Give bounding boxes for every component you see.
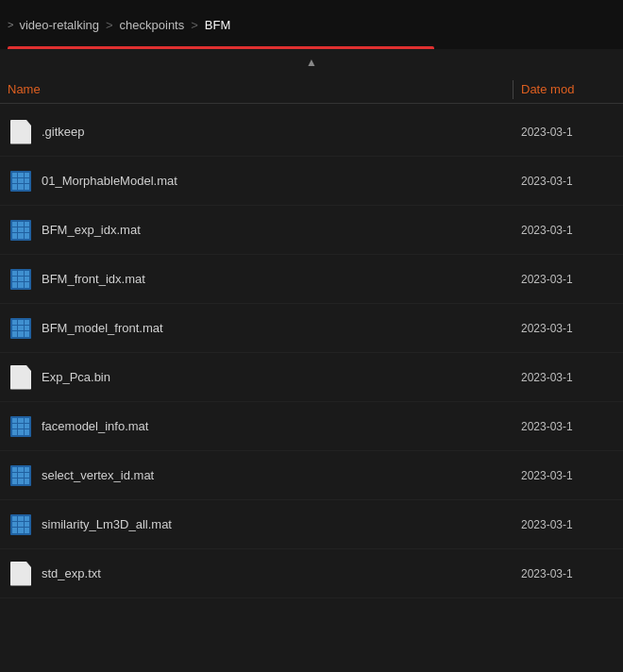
file-name-label: BFM_exp_idx.mat [42,223,521,237]
mat-file-icon [8,462,34,489]
file-date-label: 2023-03-1 [521,126,615,139]
file-date-label: 2023-03-1 [521,224,615,237]
file-name-label: 01_MorphableModel.mat [42,174,521,188]
table-row[interactable]: facemodel_info.mat2023-03-1 [0,402,623,451]
generic-file-icon [10,562,31,586]
file-name-label: BFM_model_front.mat [42,321,521,335]
generic-file-icon [10,365,31,390]
mat-file-icon [8,413,34,440]
table-row[interactable]: BFM_front_idx.mat2023-03-1 [0,255,623,304]
mat-icon-grid [10,465,31,486]
file-name-label: facemodel_info.mat [42,419,521,433]
sort-indicator-row: ▲ [0,49,623,76]
column-name-header[interactable]: Name [8,82,513,96]
file-list: .gitkeep2023-03-101_MorphableModel.mat20… [0,104,623,602]
file-name-label: std_exp.txt [42,566,521,580]
table-row[interactable]: similarity_Lm3D_all.mat2023-03-1 [0,500,623,549]
file-name-label: Exp_Pca.bin [42,370,521,384]
breadcrumb-video-retalking[interactable]: video-retalking [19,18,99,32]
file-name-label: select_vertex_id.mat [42,468,521,482]
file-date-label: 2023-03-1 [521,567,615,580]
file-icon [8,119,34,145]
breadcrumb-sep-1: > [106,18,113,32]
table-row[interactable]: BFM_exp_idx.mat2023-03-1 [0,206,623,255]
breadcrumb-sep-2: > [191,18,198,32]
sort-up-arrow-icon: ▲ [306,56,317,69]
table-row[interactable]: std_exp.txt2023-03-1 [0,549,623,598]
breadcrumb-bar: > video-retalking > checkpoints > BFM [0,0,623,49]
file-name-label: similarity_Lm3D_all.mat [42,517,521,531]
table-row[interactable]: Exp_Pca.bin2023-03-1 [0,353,623,402]
mat-icon-grid [10,220,31,241]
mat-icon-grid [10,318,31,339]
column-date-header[interactable]: Date mod [521,82,615,96]
generic-file-icon [10,120,31,144]
file-name-label: .gitkeep [42,125,521,139]
breadcrumb-prefix-arrow: > [8,19,13,30]
mat-file-icon [8,168,34,194]
active-tab-underline [8,46,434,49]
file-date-label: 2023-03-1 [521,518,615,531]
mat-file-icon [8,315,34,342]
column-header-row: Name Date mod [0,76,623,104]
table-row[interactable]: 01_MorphableModel.mat2023-03-1 [0,157,623,206]
table-row[interactable]: BFM_model_front.mat2023-03-1 [0,304,623,353]
table-row[interactable]: select_vertex_id.mat2023-03-1 [0,451,623,500]
file-date-label: 2023-03-1 [521,175,615,188]
file-icon [8,561,34,587]
mat-icon-grid [10,416,31,437]
mat-file-icon [8,217,34,244]
file-date-label: 2023-03-1 [521,322,615,335]
file-date-label: 2023-03-1 [521,273,615,286]
mat-icon-grid [10,171,31,192]
breadcrumb-bfm[interactable]: BFM [205,18,230,32]
table-row[interactable]: .gitkeep2023-03-1 [0,108,623,157]
column-divider [513,80,514,99]
mat-file-icon [8,512,34,538]
file-date-label: 2023-03-1 [521,420,615,433]
mat-icon-grid [10,514,31,535]
mat-icon-grid [10,269,31,290]
file-name-label: BFM_front_idx.mat [42,272,521,286]
mat-file-icon [8,266,34,293]
file-date-label: 2023-03-1 [521,469,615,482]
file-date-label: 2023-03-1 [521,371,615,384]
file-icon [8,364,34,391]
breadcrumb-checkpoints[interactable]: checkpoints [120,18,185,32]
